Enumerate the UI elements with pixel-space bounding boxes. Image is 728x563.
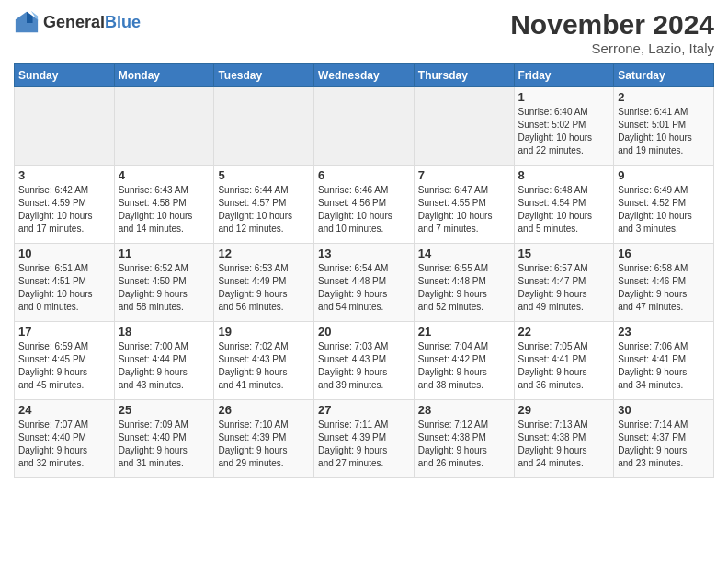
day-info: Sunrise: 6:53 AM Sunset: 4:49 PM Dayligh…	[218, 262, 310, 314]
day-number: 30	[618, 403, 710, 417]
calendar-cell: 23Sunrise: 7:06 AM Sunset: 4:41 PM Dayli…	[614, 322, 714, 400]
day-info: Sunrise: 6:40 AM Sunset: 5:02 PM Dayligh…	[518, 106, 610, 157]
day-info: Sunrise: 6:42 AM Sunset: 4:59 PM Dayligh…	[18, 184, 110, 236]
weekday-header-friday: Friday	[514, 64, 614, 87]
day-info: Sunrise: 7:03 AM Sunset: 4:43 PM Dayligh…	[318, 340, 410, 392]
calendar-table: SundayMondayTuesdayWednesdayThursdayFrid…	[14, 63, 714, 478]
day-info: Sunrise: 7:11 AM Sunset: 4:39 PM Dayligh…	[318, 419, 410, 470]
calendar-cell: 12Sunrise: 6:53 AM Sunset: 4:49 PM Dayli…	[214, 244, 314, 322]
day-info: Sunrise: 7:00 AM Sunset: 4:44 PM Dayligh…	[119, 340, 210, 392]
day-info: Sunrise: 6:47 AM Sunset: 4:55 PM Dayligh…	[418, 184, 510, 236]
day-info: Sunrise: 7:07 AM Sunset: 4:40 PM Dayligh…	[18, 419, 110, 470]
weekday-header-tuesday: Tuesday	[214, 64, 314, 87]
calendar-cell: 15Sunrise: 6:57 AM Sunset: 4:47 PM Dayli…	[514, 244, 614, 322]
calendar-cell	[314, 87, 415, 166]
day-info: Sunrise: 6:46 AM Sunset: 4:56 PM Dayligh…	[318, 184, 410, 236]
day-number: 11	[119, 247, 210, 260]
day-number: 26	[218, 403, 310, 417]
title-block: November 2024 Serrone, Lazio, Italy	[510, 9, 714, 56]
calendar-cell: 27Sunrise: 7:11 AM Sunset: 4:39 PM Dayli…	[314, 400, 415, 478]
calendar-cell: 19Sunrise: 7:02 AM Sunset: 4:43 PM Dayli…	[214, 322, 314, 400]
day-info: Sunrise: 6:49 AM Sunset: 4:52 PM Dayligh…	[618, 184, 710, 236]
day-number: 6	[318, 168, 410, 182]
weekday-header-sunday: Sunday	[15, 64, 115, 87]
calendar-cell: 10Sunrise: 6:51 AM Sunset: 4:51 PM Dayli…	[15, 244, 115, 322]
day-info: Sunrise: 6:59 AM Sunset: 4:45 PM Dayligh…	[18, 340, 110, 392]
day-number: 2	[618, 90, 710, 104]
day-number: 3	[18, 168, 110, 182]
logo-text: General Blue	[43, 13, 141, 32]
calendar-cell: 29Sunrise: 7:13 AM Sunset: 4:38 PM Dayli…	[514, 400, 614, 478]
day-number: 22	[518, 325, 610, 339]
calendar-cell: 20Sunrise: 7:03 AM Sunset: 4:43 PM Dayli…	[314, 322, 415, 400]
weekday-header-saturday: Saturday	[614, 64, 714, 87]
calendar-cell: 26Sunrise: 7:10 AM Sunset: 4:39 PM Dayli…	[214, 400, 314, 478]
day-number: 12	[218, 247, 310, 260]
weekday-header-monday: Monday	[114, 64, 214, 87]
day-info: Sunrise: 6:48 AM Sunset: 4:54 PM Dayligh…	[518, 184, 610, 236]
calendar-cell	[214, 87, 314, 166]
logo: General Blue	[14, 9, 141, 35]
calendar-cell: 3Sunrise: 6:42 AM Sunset: 4:59 PM Daylig…	[15, 166, 115, 244]
day-info: Sunrise: 7:10 AM Sunset: 4:39 PM Dayligh…	[218, 419, 310, 470]
day-info: Sunrise: 7:06 AM Sunset: 4:41 PM Dayligh…	[618, 340, 710, 392]
week-row-3: 17Sunrise: 6:59 AM Sunset: 4:45 PM Dayli…	[15, 322, 714, 400]
calendar-cell: 4Sunrise: 6:43 AM Sunset: 4:58 PM Daylig…	[114, 166, 214, 244]
day-number: 14	[418, 247, 510, 260]
day-info: Sunrise: 6:55 AM Sunset: 4:48 PM Dayligh…	[418, 262, 510, 314]
calendar-cell: 28Sunrise: 7:12 AM Sunset: 4:38 PM Dayli…	[414, 400, 514, 478]
day-info: Sunrise: 6:52 AM Sunset: 4:50 PM Dayligh…	[119, 262, 210, 314]
day-number: 18	[119, 325, 210, 339]
calendar-cell: 1Sunrise: 6:40 AM Sunset: 5:02 PM Daylig…	[514, 87, 614, 166]
day-number: 9	[618, 168, 710, 182]
header: General Blue November 2024 Serrone, Lazi…	[14, 9, 714, 56]
calendar-cell: 11Sunrise: 6:52 AM Sunset: 4:50 PM Dayli…	[114, 244, 214, 322]
calendar-cell: 7Sunrise: 6:47 AM Sunset: 4:55 PM Daylig…	[414, 166, 514, 244]
calendar-cell: 6Sunrise: 6:46 AM Sunset: 4:56 PM Daylig…	[314, 166, 415, 244]
calendar-cell: 9Sunrise: 6:49 AM Sunset: 4:52 PM Daylig…	[614, 166, 714, 244]
day-number: 1	[518, 90, 610, 104]
day-number: 24	[18, 403, 110, 417]
calendar-cell: 18Sunrise: 7:00 AM Sunset: 4:44 PM Dayli…	[114, 322, 214, 400]
day-number: 8	[518, 168, 610, 182]
calendar-cell: 25Sunrise: 7:09 AM Sunset: 4:40 PM Dayli…	[114, 400, 214, 478]
calendar-cell: 16Sunrise: 6:58 AM Sunset: 4:46 PM Dayli…	[614, 244, 714, 322]
day-number: 13	[318, 247, 410, 260]
day-info: Sunrise: 6:51 AM Sunset: 4:51 PM Dayligh…	[18, 262, 110, 314]
calendar-cell: 2Sunrise: 6:41 AM Sunset: 5:01 PM Daylig…	[614, 87, 714, 166]
calendar-cell: 8Sunrise: 6:48 AM Sunset: 4:54 PM Daylig…	[514, 166, 614, 244]
day-number: 15	[518, 247, 610, 260]
calendar-cell	[414, 87, 514, 166]
week-row-4: 24Sunrise: 7:07 AM Sunset: 4:40 PM Dayli…	[15, 400, 714, 478]
calendar-cell: 24Sunrise: 7:07 AM Sunset: 4:40 PM Dayli…	[15, 400, 115, 478]
day-info: Sunrise: 7:13 AM Sunset: 4:38 PM Dayligh…	[518, 419, 610, 470]
day-number: 7	[418, 168, 510, 182]
day-info: Sunrise: 7:04 AM Sunset: 4:42 PM Dayligh…	[418, 340, 510, 392]
calendar-cell	[114, 87, 214, 166]
calendar-cell: 22Sunrise: 7:05 AM Sunset: 4:41 PM Dayli…	[514, 322, 614, 400]
day-info: Sunrise: 7:12 AM Sunset: 4:38 PM Dayligh…	[418, 419, 510, 470]
month-title: November 2024	[510, 9, 714, 40]
day-info: Sunrise: 6:41 AM Sunset: 5:01 PM Dayligh…	[618, 106, 710, 157]
day-number: 10	[18, 247, 110, 260]
day-number: 5	[218, 168, 310, 182]
calendar-cell: 21Sunrise: 7:04 AM Sunset: 4:42 PM Dayli…	[414, 322, 514, 400]
day-info: Sunrise: 6:57 AM Sunset: 4:47 PM Dayligh…	[518, 262, 610, 314]
location: Serrone, Lazio, Italy	[510, 40, 714, 56]
logo-icon	[14, 9, 40, 35]
day-number: 17	[18, 325, 110, 339]
day-number: 4	[119, 168, 210, 182]
day-info: Sunrise: 6:54 AM Sunset: 4:48 PM Dayligh…	[318, 262, 410, 314]
weekday-header-wednesday: Wednesday	[314, 64, 415, 87]
page-container: General Blue November 2024 Serrone, Lazi…	[0, 0, 728, 488]
day-number: 29	[518, 403, 610, 417]
week-row-0: 1Sunrise: 6:40 AM Sunset: 5:02 PM Daylig…	[15, 87, 714, 166]
day-number: 21	[418, 325, 510, 339]
day-info: Sunrise: 7:14 AM Sunset: 4:37 PM Dayligh…	[618, 419, 710, 470]
calendar-cell: 5Sunrise: 6:44 AM Sunset: 4:57 PM Daylig…	[214, 166, 314, 244]
day-number: 23	[618, 325, 710, 339]
weekday-header-thursday: Thursday	[414, 64, 514, 87]
week-row-1: 3Sunrise: 6:42 AM Sunset: 4:59 PM Daylig…	[15, 166, 714, 244]
day-info: Sunrise: 6:58 AM Sunset: 4:46 PM Dayligh…	[618, 262, 710, 314]
week-row-2: 10Sunrise: 6:51 AM Sunset: 4:51 PM Dayli…	[15, 244, 714, 322]
